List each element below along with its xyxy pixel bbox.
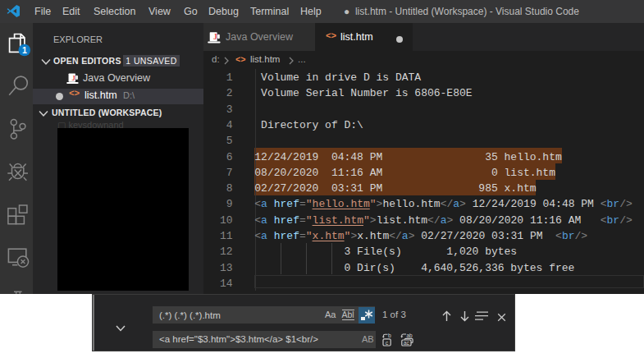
svg-text:J: J bbox=[71, 74, 75, 82]
svg-text:c: c bbox=[385, 340, 388, 346]
svg-text:ab: ab bbox=[407, 333, 413, 338]
svg-text:b: b bbox=[388, 333, 391, 338]
svg-text:ac: ac bbox=[404, 340, 410, 346]
svg-text:J: J bbox=[212, 33, 217, 41]
svg-text:1: 1 bbox=[22, 45, 27, 55]
